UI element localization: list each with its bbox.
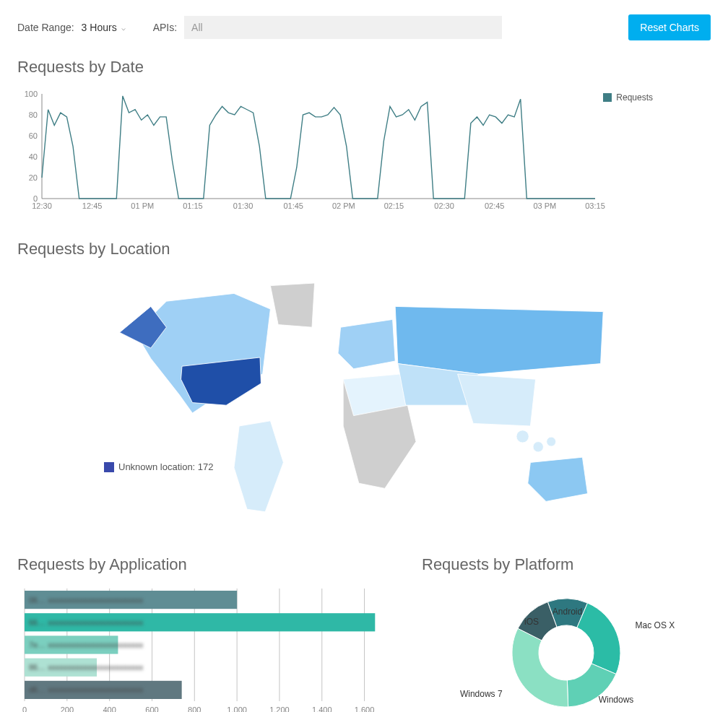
section-title-date: Requests by Date: [17, 58, 711, 77]
svg-text:iOS: iOS: [524, 617, 539, 627]
svg-text:12:30: 12:30: [32, 201, 52, 210]
bar-chart: 02004006008001,0001,2001,4001,60006… xxx…: [17, 586, 393, 712]
svg-text:01:45: 01:45: [283, 201, 303, 210]
line-chart: 02040608010012:3012:4501 PM01:1501:3001:…: [17, 88, 711, 214]
svg-text:800: 800: [188, 706, 201, 712]
svg-text:02 PM: 02 PM: [332, 201, 355, 210]
line-chart-wrap: 02040608010012:3012:4501 PM01:1501:3001:…: [17, 88, 711, 218]
svg-text:Mac OS X: Mac OS X: [636, 620, 675, 630]
map-legend: Unknown location: 172: [104, 461, 214, 472]
svg-text:86… xxxxxxxxxxxxxxxxxxxxxxxx: 86… xxxxxxxxxxxxxxxxxxxxxxxx: [29, 663, 144, 672]
svg-text:01:30: 01:30: [233, 201, 254, 210]
svg-text:100: 100: [25, 90, 38, 98]
svg-text:1,400: 1,400: [312, 706, 332, 712]
svg-text:1,000: 1,000: [227, 706, 247, 712]
apis-input[interactable]: [184, 16, 502, 39]
svg-text:01 PM: 01 PM: [131, 201, 154, 210]
svg-text:Windows 7: Windows 7: [460, 688, 503, 698]
svg-text:7e… xxxxxxxxxxxxxxxxxxxxxxxx: 7e… xxxxxxxxxxxxxxxxxxxxxxxx: [29, 641, 144, 649]
chevron-down-icon: ⌵: [121, 24, 126, 32]
map-wrap: Unknown location: 172: [17, 270, 711, 534]
svg-text:Android: Android: [552, 607, 582, 617]
svg-point-22: [547, 437, 556, 446]
requests-by-application-section: Requests by Application 02004006008001,0…: [17, 555, 393, 712]
world-map: [46, 270, 682, 530]
svg-text:01:15: 01:15: [183, 201, 203, 210]
svg-text:1,600: 1,600: [355, 706, 375, 712]
map-legend-swatch: [104, 462, 114, 472]
requests-by-location-section: Requests by Location: [17, 240, 711, 534]
section-title-location: Requests by Location: [17, 240, 711, 259]
svg-point-20: [516, 430, 529, 443]
svg-text:200: 200: [61, 706, 74, 712]
svg-text:40: 40: [29, 152, 38, 161]
svg-text:03 PM: 03 PM: [533, 201, 556, 210]
line-chart-legend: Requests: [603, 92, 653, 103]
topbar: Date Range: 3 Hours ⌵ APIs: Reset Charts: [17, 14, 711, 40]
svg-text:d6… xxxxxxxxxxxxxxxxxxxxxxxx: d6… xxxxxxxxxxxxxxxxxxxxxxxx: [29, 685, 144, 694]
donut-chart: AndroidMac OS XWindowsWindows 7iOS: [451, 588, 682, 713]
legend-label: Requests: [616, 92, 653, 103]
svg-text:03:15: 03:15: [585, 201, 605, 210]
apis-label: APIs:: [153, 22, 177, 33]
date-range-select[interactable]: 3 Hours ⌵: [82, 22, 126, 33]
svg-text:0: 0: [22, 706, 27, 712]
date-range-value: 3 Hours: [82, 22, 117, 33]
section-title-platform: Requests by Platform: [422, 555, 711, 574]
svg-text:02:15: 02:15: [384, 201, 404, 210]
svg-text:600: 600: [145, 706, 158, 712]
reset-charts-button[interactable]: Reset Charts: [628, 14, 711, 40]
requests-by-date-section: Requests by Date 02040608010012:3012:450…: [17, 58, 711, 218]
svg-text:400: 400: [103, 706, 116, 712]
svg-text:12:45: 12:45: [82, 201, 103, 210]
date-range-label: Date Range:: [17, 22, 74, 33]
section-title-application: Requests by Application: [17, 555, 393, 574]
svg-text:06… xxxxxxxxxxxxxxxxxxxxxxxx: 06… xxxxxxxxxxxxxxxxxxxxxxxx: [29, 596, 144, 604]
svg-text:80: 80: [29, 110, 38, 119]
svg-text:60: 60: [29, 131, 38, 140]
svg-text:02:45: 02:45: [485, 201, 505, 210]
svg-text:1,200: 1,200: [269, 706, 290, 712]
svg-text:20: 20: [29, 173, 38, 182]
map-legend-label: Unknown location: 172: [118, 461, 214, 472]
svg-text:02:30: 02:30: [434, 201, 454, 210]
legend-swatch: [603, 93, 612, 102]
svg-text:Windows: Windows: [599, 695, 634, 705]
requests-by-platform-section: Requests by Platform AndroidMac OS XWind…: [422, 555, 711, 712]
svg-point-21: [533, 442, 543, 452]
svg-text:66… xxxxxxxxxxxxxxxxxxxxxxxx: 66… xxxxxxxxxxxxxxxxxxxxxxxx: [29, 618, 144, 627]
